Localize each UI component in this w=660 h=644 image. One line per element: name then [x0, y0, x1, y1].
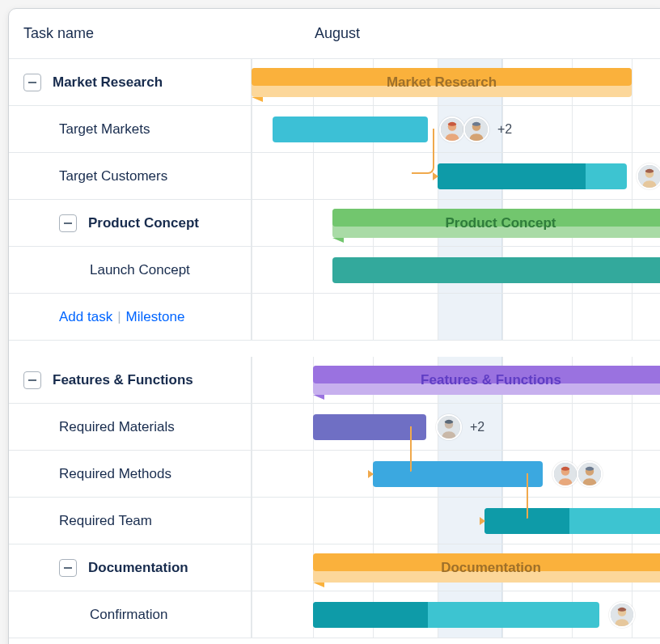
timeline-cell[interactable] — [252, 153, 660, 199]
row-label: Product Concept — [88, 215, 199, 231]
avatar[interactable] — [439, 117, 465, 142]
dependency-connector — [412, 129, 434, 174]
collapse-toggle[interactable] — [59, 559, 77, 577]
task-row-documentation: DocumentationDocumentation — [9, 544, 660, 591]
dependency-arrow-icon — [433, 172, 438, 180]
row-label: Required Methods — [59, 466, 171, 482]
collapse-toggle[interactable] — [59, 214, 77, 232]
gantt-chart: Task name August Market ResearchMarket R… — [8, 8, 660, 644]
row-label: Target Customers — [59, 168, 167, 184]
row-label-cell[interactable]: Required Team — [9, 498, 252, 544]
avatar[interactable] — [609, 602, 635, 628]
add-task-link[interactable]: Add task|Milestone — [59, 309, 184, 325]
row-label-cell[interactable]: Required Methods — [9, 451, 252, 497]
row-label-cell[interactable]: Product Concept — [9, 200, 252, 246]
task-bar-confirmation[interactable] — [313, 602, 599, 628]
dependency-connector — [527, 473, 528, 519]
task-row-product-concept: Product ConceptProduct Concept — [9, 200, 660, 247]
task-row-launch-concept: Launch Concept — [9, 247, 660, 294]
spacer-row — [9, 341, 660, 357]
assignee-avatars[interactable]: +2 — [439, 117, 512, 142]
gantt-header: Task name August — [9, 9, 660, 59]
avatar[interactable] — [577, 461, 603, 487]
separator: | — [117, 309, 121, 324]
row-label: Required Materials — [59, 419, 175, 435]
task-row-req-materials: Required Materials+2 — [9, 404, 660, 451]
task-bar-req-materials[interactable] — [313, 414, 426, 440]
assignee-avatars[interactable] — [637, 163, 660, 189]
timeline-cell[interactable] — [252, 247, 660, 293]
task-bar-req-methods[interactable] — [373, 461, 543, 487]
summary-bar-label: Product Concept — [446, 215, 556, 231]
row-label-cell[interactable]: Confirmation — [9, 591, 252, 638]
row-label: Target Markets — [59, 121, 150, 138]
avatar[interactable] — [552, 461, 578, 487]
collapse-toggle[interactable] — [23, 74, 41, 91]
task-bar-req-team[interactable] — [484, 508, 660, 534]
add-task-label[interactable]: Add task — [59, 309, 112, 324]
add-row: Add task|Milestone — [9, 294, 660, 341]
row-label: Documentation — [88, 560, 188, 576]
assignee-avatars[interactable]: +2 — [436, 414, 484, 440]
assignee-avatars[interactable] — [552, 461, 603, 487]
summary-bar-features[interactable]: Features & Functions — [313, 366, 660, 395]
row-label-cell[interactable]: Target Markets — [9, 106, 252, 152]
column-header-task: Task name — [9, 9, 252, 58]
add-milestone-label[interactable]: Milestone — [126, 309, 185, 324]
row-label: Launch Concept — [90, 262, 190, 278]
summary-bar-product-concept[interactable]: Product Concept — [332, 209, 660, 238]
avatar[interactable] — [463, 117, 489, 142]
timeline-cell[interactable]: +2 — [252, 106, 660, 152]
timeline-cell[interactable] — [252, 451, 660, 497]
avatar[interactable] — [637, 163, 660, 189]
timeline-cell[interactable]: Features & Functions — [252, 357, 660, 403]
task-row-req-methods: Required Methods — [9, 451, 660, 498]
timeline-cell[interactable] — [252, 591, 660, 638]
row-label-cell[interactable]: Documentation — [9, 544, 252, 591]
summary-bar-label: Features & Functions — [421, 372, 561, 388]
summary-bar-label: Market Research — [387, 74, 497, 91]
task-row-features: Features & FunctionsFeatures & Functions — [9, 357, 660, 404]
row-label-cell[interactable]: Add task|Milestone — [9, 294, 252, 340]
avatar-overflow-count[interactable]: +2 — [470, 420, 484, 434]
row-label: Market Research — [53, 74, 163, 91]
summary-bar-label: Documentation — [441, 560, 541, 576]
summary-bar-documentation[interactable]: Documentation — [313, 553, 660, 583]
avatar[interactable] — [436, 414, 462, 440]
row-label-cell[interactable]: Target Customers — [9, 153, 252, 199]
row-label-cell[interactable]: Market Research — [9, 59, 252, 105]
dependency-arrow-icon — [480, 517, 485, 525]
row-label: Confirmation — [90, 607, 167, 623]
gantt-body: Market ResearchMarket ResearchTarget Mar… — [9, 59, 660, 638]
task-row-market-research: Market ResearchMarket Research — [9, 59, 660, 106]
task-bar-launch-concept[interactable] — [332, 257, 660, 283]
summary-bar-market-research[interactable]: Market Research — [252, 68, 632, 97]
task-row-req-team: Required Team — [9, 498, 660, 544]
row-label-cell[interactable]: Launch Concept — [9, 247, 252, 293]
progress-fill — [313, 602, 428, 628]
task-row-target-markets: Target Markets+2 — [9, 106, 660, 153]
row-label: Features & Functions — [53, 372, 193, 388]
column-header-month: August — [252, 9, 660, 58]
row-label: Required Team — [59, 513, 152, 529]
progress-fill — [438, 163, 586, 189]
task-row-target-customers: Target Customers — [9, 153, 660, 200]
timeline-cell[interactable] — [252, 294, 660, 340]
row-label-cell[interactable]: Features & Functions — [9, 357, 252, 403]
row-label-cell[interactable]: Required Materials — [9, 404, 252, 450]
dependency-connector — [410, 426, 412, 472]
task-row-confirmation: Confirmation — [9, 591, 660, 638]
task-bar-target-markets[interactable] — [273, 117, 428, 142]
timeline-cell[interactable]: Product Concept — [252, 200, 660, 246]
task-bar-target-customers[interactable] — [438, 163, 627, 189]
collapse-toggle[interactable] — [23, 371, 41, 389]
timeline-cell[interactable]: +2 — [252, 404, 660, 450]
dependency-arrow-icon — [368, 470, 374, 478]
timeline-cell[interactable] — [252, 498, 660, 544]
assignee-avatars[interactable] — [609, 602, 635, 628]
avatar-overflow-count[interactable]: +2 — [497, 122, 512, 137]
timeline-cell[interactable]: Documentation — [252, 544, 660, 591]
timeline-cell[interactable]: Market Research — [252, 59, 660, 105]
